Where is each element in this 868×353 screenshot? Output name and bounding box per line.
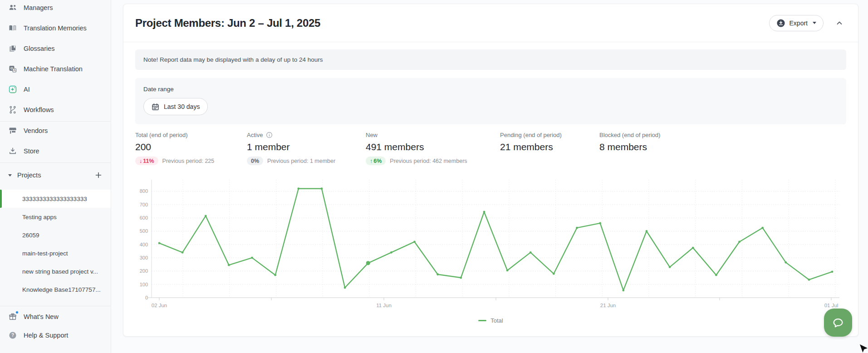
data-point[interactable] (646, 230, 648, 232)
sidebar-nav: Managers Translation Memories Glossaries… (0, 0, 111, 120)
data-point[interactable] (738, 241, 740, 243)
help-icon: ? (8, 331, 17, 340)
data-point[interactable] (669, 266, 671, 268)
date-range-button[interactable]: Last 30 days (143, 98, 208, 115)
sidebar-item-label: Managers (24, 4, 53, 11)
caret-down-icon (813, 22, 816, 24)
data-point[interactable] (413, 241, 416, 243)
data-point[interactable] (366, 261, 370, 265)
sidebar-item-managers[interactable]: Managers (0, 0, 111, 18)
sidebar-item-glossaries[interactable]: Glossaries (0, 38, 111, 59)
members-chart[interactable]: 010020030040050060070080002 Jun11 Jun21 … (135, 177, 845, 311)
sidebar-item-ai[interactable]: AI (0, 79, 111, 99)
sidebar-item-whats-new[interactable]: What's New (0, 307, 111, 326)
stat-label: Blocked (end of period) (599, 132, 846, 138)
ai-icon (8, 85, 17, 94)
stat-label: Active (247, 132, 263, 138)
date-range-panel: Date range Last 30 days (135, 78, 846, 124)
date-range-button-label: Last 30 days (164, 103, 200, 110)
y-axis-tick-label: 800 (140, 188, 148, 194)
data-point[interactable] (297, 187, 299, 190)
store-icon (8, 147, 17, 156)
data-point[interactable] (785, 261, 787, 264)
previous-period-text: Previous period: 1 member (267, 158, 335, 164)
sidebar-item-label: AI (24, 86, 30, 93)
data-point[interactable] (390, 251, 392, 254)
collapse-panel-button[interactable] (833, 16, 846, 30)
support-chat-button[interactable] (824, 309, 852, 337)
sidebar-item-vendors[interactable]: Vendors (0, 120, 111, 141)
data-point[interactable] (251, 257, 253, 259)
y-axis-tick-label: 200 (140, 268, 148, 274)
data-point[interactable] (715, 274, 717, 276)
data-point[interactable] (530, 251, 532, 254)
sidebar-item-machine-translation[interactable]: GA Machine Translation (0, 59, 111, 79)
sidebar-item-store[interactable]: Store (0, 141, 111, 161)
stat-new: New 491 members 6% Previous period: 462 … (366, 132, 500, 165)
stat-blocked: Blocked (end of period) 8 members (599, 132, 846, 165)
sidebar-item-help-support[interactable]: ? Help & Support (0, 326, 111, 344)
data-point[interactable] (158, 242, 161, 244)
project-item[interactable]: new string based project v... (0, 262, 111, 280)
svg-text:A: A (14, 69, 16, 72)
y-axis-tick-label: 600 (140, 215, 148, 221)
notification-dot (15, 311, 19, 314)
vendors-icon (8, 126, 17, 135)
sidebar-item-workflows[interactable]: Workflows (0, 99, 111, 120)
total-series-line (159, 189, 832, 290)
svg-text:?: ? (11, 333, 14, 338)
data-point[interactable] (181, 251, 184, 254)
project-item-label: Knowledge Base17107757... (22, 286, 101, 293)
report-delay-note: Note! Report data may be displayed with … (135, 49, 846, 70)
project-item[interactable]: main-test-project (0, 244, 111, 262)
y-axis-tick-label: 0 (145, 295, 148, 300)
data-point[interactable] (506, 270, 509, 272)
data-point[interactable] (576, 227, 578, 229)
page-title: Project Members: Jun 2 – Jul 1, 2025 (135, 17, 769, 29)
translation-memories-icon (8, 24, 17, 33)
project-list: 3333333333333333333 Testing apps 26059 m… (0, 190, 111, 299)
project-item-selected[interactable]: 3333333333333333333 (0, 190, 111, 208)
sidebar-item-label: Vendors (24, 127, 48, 134)
export-button[interactable]: Export (769, 15, 824, 31)
data-point[interactable] (553, 273, 555, 275)
data-point[interactable] (460, 277, 462, 279)
projects-header-label: Projects (17, 172, 88, 179)
project-item[interactable]: Knowledge Base17107757... (0, 280, 111, 299)
data-point[interactable] (436, 273, 439, 275)
sidebar: Managers Translation Memories Glossaries… (0, 0, 111, 353)
workflows-icon (8, 105, 17, 114)
sidebar-item-label: What's New (24, 313, 59, 320)
data-point[interactable] (344, 287, 346, 289)
stats-row: Total (end of period) 200 11% Previous p… (135, 132, 846, 165)
y-axis-tick-label: 500 (140, 228, 148, 234)
data-point[interactable] (599, 222, 601, 225)
data-point[interactable] (808, 279, 810, 281)
data-point[interactable] (228, 264, 230, 266)
data-point[interactable] (831, 270, 834, 273)
stat-value: 21 members (500, 142, 599, 152)
sidebar-nav-secondary: Vendors Store (0, 120, 111, 161)
date-range-label: Date range (143, 86, 838, 93)
project-item-label: 26059 (22, 232, 39, 239)
data-point[interactable] (274, 274, 276, 276)
project-item[interactable]: Testing apps (0, 208, 111, 226)
report-card: Project Members: Jun 2 – Jul 1, 2025 Exp… (123, 4, 858, 337)
data-point[interactable] (692, 247, 694, 249)
data-point[interactable] (622, 289, 624, 291)
add-project-button[interactable] (93, 170, 103, 180)
info-icon[interactable] (266, 132, 273, 138)
sidebar-projects-header[interactable]: Projects (0, 165, 111, 186)
caret-down-icon (8, 174, 12, 176)
data-point[interactable] (205, 215, 207, 217)
project-item[interactable]: 26059 (0, 226, 111, 244)
legend-item-total[interactable]: Total (135, 317, 846, 324)
data-point[interactable] (761, 227, 764, 229)
calendar-icon (152, 103, 159, 111)
sidebar-item-translation-memories[interactable]: Translation Memories (0, 18, 111, 38)
x-axis-tick-label: 01 Jul (824, 303, 839, 308)
stat-active: Active 1 member 0% Previous period: 1 me… (247, 132, 366, 165)
stat-value: 1 member (247, 142, 366, 152)
data-point[interactable] (321, 187, 323, 190)
data-point[interactable] (483, 211, 485, 213)
